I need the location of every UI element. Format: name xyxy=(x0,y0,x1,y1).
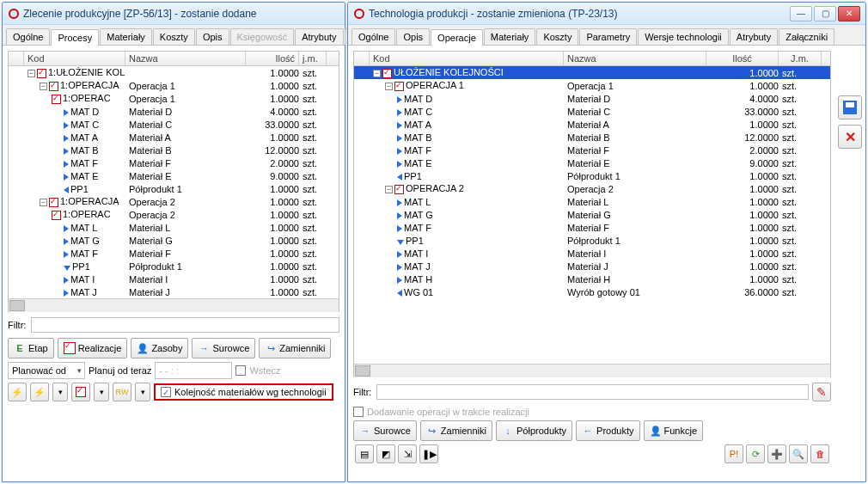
btn-produkty[interactable]: ←Produkty xyxy=(576,420,639,441)
chk-kolejnosc[interactable]: ✓ xyxy=(161,387,171,397)
tree-row[interactable]: MAT CMateriał C33.0000szt. xyxy=(354,105,830,118)
tab-opis[interactable]: Opis xyxy=(396,28,430,45)
tree-row[interactable]: MAT JMateriał J1.0000szt. xyxy=(9,285,339,298)
dd1-icon[interactable]: ▾ xyxy=(52,383,68,401)
btn-polprodukty[interactable]: ↓Półprodukty xyxy=(496,420,572,441)
dd3-icon[interactable]: ▾ xyxy=(135,383,150,401)
titlebar-right[interactable]: Technologia produkcji - zostanie zmienio… xyxy=(348,3,865,25)
tree-row[interactable]: −OPERACJA 1Operacja 11.0000szt. xyxy=(354,79,830,92)
dd2-icon[interactable]: ▾ xyxy=(94,383,109,401)
tab-materiały[interactable]: Materiały xyxy=(484,28,536,45)
expand-icon[interactable]: − xyxy=(40,199,47,206)
col-ilosc[interactable]: Ilość xyxy=(706,52,779,65)
btn-etap[interactable]: EEtap xyxy=(8,338,54,358)
expand-icon[interactable]: − xyxy=(40,83,47,90)
tree-row[interactable]: MAT DMateriał D4.0000szt. xyxy=(354,92,830,105)
bolt-yellow-icon[interactable]: ⚡ xyxy=(8,383,27,401)
tab-załączniki[interactable]: Załączniki xyxy=(779,28,834,45)
btn-zamienniki[interactable]: ↪Zamienniki xyxy=(420,420,492,441)
tree-row[interactable]: MAT FMateriał F2.0000szt. xyxy=(354,144,830,156)
save-button[interactable] xyxy=(838,95,862,119)
maximize-button[interactable]: ▢ xyxy=(814,6,836,21)
tree-row[interactable]: −UŁOŻENIE KOLEJNOŚCI1.0000szt. xyxy=(354,66,830,79)
rw-icon[interactable]: RW xyxy=(113,383,131,401)
tree-row[interactable]: MAT IMateriał I1.0000szt. xyxy=(354,247,830,260)
tree-row[interactable]: −1:OPERACJAOperacja 11.0000szt. xyxy=(9,79,339,92)
col-nazwa[interactable]: Nazwa xyxy=(564,52,706,65)
tab-ogólne[interactable]: Ogólne xyxy=(351,28,395,45)
check-red-icon[interactable] xyxy=(71,383,90,401)
tree-row[interactable]: 1:OPERACOperacja 11.0000szt. xyxy=(9,92,339,105)
tree-row[interactable]: MAT FMateriał F1.0000szt. xyxy=(9,247,339,260)
tab-ogólne[interactable]: Ogólne xyxy=(6,28,50,45)
col-jm[interactable]: j.m. xyxy=(299,52,327,65)
tree-row[interactable]: MAT FMateriał F2.0000szt. xyxy=(9,156,339,169)
chk-wstecz[interactable] xyxy=(235,365,246,376)
btn-funkcje[interactable]: 👤Funkcje xyxy=(644,420,704,441)
tree-body[interactable]: −1:UŁOŻENIE KOL1.0000szt.−1:OPERACJAOper… xyxy=(9,66,339,298)
tree-row[interactable]: MAT HMateriał H1.0000szt. xyxy=(354,273,830,285)
btn-realizacje[interactable]: Realizacje xyxy=(58,338,128,358)
btn-surowce[interactable]: →Surowce xyxy=(192,338,255,358)
refresh-icon[interactable]: ⟳ xyxy=(746,444,765,463)
view-icon[interactable]: 🔍 xyxy=(789,444,808,463)
warn-icon[interactable]: P! xyxy=(724,444,743,463)
filter-input[interactable] xyxy=(31,317,339,333)
filter-input[interactable] xyxy=(376,384,809,400)
tab-koszty[interactable]: Koszty xyxy=(536,28,578,45)
hscroll[interactable] xyxy=(354,364,830,377)
expand-icon[interactable]: − xyxy=(385,83,393,90)
tool-a-icon[interactable]: ▤ xyxy=(355,444,374,463)
tree-row[interactable]: MAT DMateriał D4.0000szt. xyxy=(9,105,339,118)
edit-filter-icon[interactable]: ✎ xyxy=(812,383,831,401)
combo-planowac[interactable]: Planować od xyxy=(8,362,85,379)
tab-operacje[interactable]: Operacje xyxy=(431,29,483,46)
tree-row[interactable]: MAT EMateriał E9.0000szt. xyxy=(354,156,830,169)
col-ilosc[interactable]: Ilość xyxy=(246,52,299,65)
tab-księgowość[interactable]: Księgowość xyxy=(230,28,295,45)
tree-row[interactable]: PP1Półprodukt 11.0000szt. xyxy=(9,260,339,273)
btn-zamienniki[interactable]: ↪Zamienniki xyxy=(259,338,331,358)
col-kod[interactable]: Kod xyxy=(24,52,125,65)
tree-row[interactable]: 1:OPERACOperacja 21.0000szt. xyxy=(9,208,339,221)
tree-row[interactable]: −OPERACJA 2Operacja 21.0000szt. xyxy=(354,182,830,195)
minimize-button[interactable]: — xyxy=(790,6,812,21)
tree-row[interactable]: PP1Półprodukt 11.0000szt. xyxy=(354,234,830,247)
tree-row[interactable]: MAT GMateriał G1.0000szt. xyxy=(354,208,830,221)
cancel-button[interactable]: ✕ xyxy=(838,125,862,149)
tool-b-icon[interactable]: ◩ xyxy=(376,444,395,463)
bolt-green-icon[interactable]: ⚡ xyxy=(30,383,49,401)
tree-row[interactable]: MAT EMateriał E9.0000szt. xyxy=(9,169,339,182)
tool-d-icon[interactable]: ❚▶ xyxy=(419,444,438,463)
tree-row[interactable]: MAT BMateriał B12.0000szt. xyxy=(9,144,339,156)
close-button[interactable]: ✕ xyxy=(838,6,860,21)
tree-row[interactable]: MAT JMateriał J1.0000szt. xyxy=(354,260,830,273)
tree-row[interactable]: MAT CMateriał C33.0000szt. xyxy=(9,118,339,131)
titlebar-left[interactable]: Zlecenie produkcyjne [ZP-56/13] - zostan… xyxy=(3,3,345,25)
expand-icon[interactable]: − xyxy=(385,186,393,193)
add-icon[interactable]: ➕ xyxy=(767,444,786,463)
tab-atrybuty[interactable]: Atrybuty xyxy=(295,28,343,45)
tree-row[interactable]: MAT GMateriał G1.0000szt. xyxy=(9,234,339,247)
tree-row[interactable]: −1:UŁOŻENIE KOL1.0000szt. xyxy=(9,66,339,79)
delete-icon[interactable]: 🗑 xyxy=(810,444,829,463)
tree-row[interactable]: MAT LMateriał L1.0000szt. xyxy=(9,221,339,234)
tab-koszty[interactable]: Koszty xyxy=(153,28,195,45)
chk-dodawanie[interactable] xyxy=(353,407,364,417)
tree-row[interactable]: PP1Półprodukt 11.0000szt. xyxy=(9,182,339,195)
tool-c-icon[interactable]: ⇲ xyxy=(398,444,417,463)
btn-surowce[interactable]: →Surowce xyxy=(353,420,417,441)
tree-row[interactable]: PP1Półprodukt 11.0000szt. xyxy=(354,169,830,182)
tree-body[interactable]: −UŁOŻENIE KOLEJNOŚCI1.0000szt.−OPERACJA … xyxy=(354,66,830,364)
hscroll[interactable] xyxy=(9,298,339,312)
tree-row[interactable]: WG 01Wyrób gotowy 0136.0000szt. xyxy=(354,285,830,298)
col-nazwa[interactable]: Nazwa xyxy=(125,52,246,65)
tab-materiały[interactable]: Materiały xyxy=(100,28,152,45)
tree-row[interactable]: MAT AMateriał A1.0000szt. xyxy=(9,131,339,144)
date-input[interactable]: - - : : xyxy=(155,362,232,379)
expand-icon[interactable]: − xyxy=(28,70,35,77)
col-kod[interactable]: Kod xyxy=(370,52,564,65)
tree-row[interactable]: MAT AMateriał A1.0000szt. xyxy=(354,118,830,131)
tree-row[interactable]: MAT FMateriał F1.0000szt. xyxy=(354,221,830,234)
tree-row[interactable]: MAT LMateriał L1.0000szt. xyxy=(354,195,830,208)
